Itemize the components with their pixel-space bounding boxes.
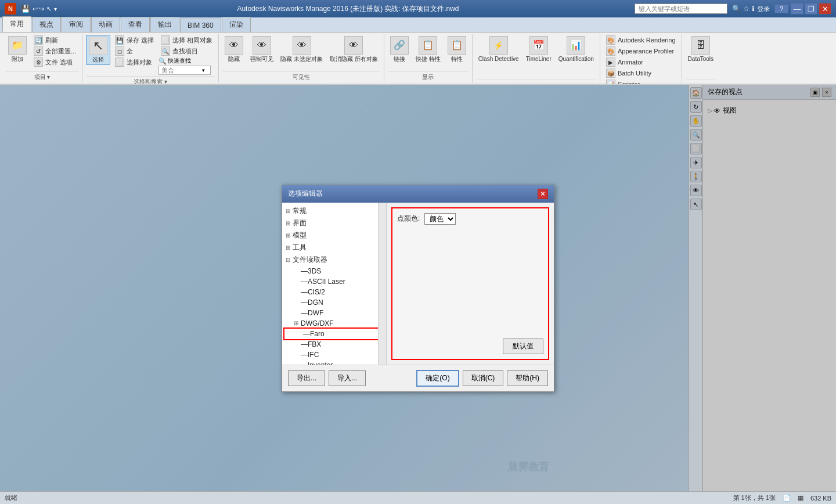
select-button[interactable]: ↖ 选择 — [86, 35, 110, 65]
ribbon-group-datatools-content: 🗄 DataTools — [686, 35, 716, 78]
undo-icon[interactable]: ↩ — [33, 5, 38, 13]
point-color-select[interactable]: 颜色 强度 无 — [424, 213, 456, 225]
tree-node-ascii-laser[interactable]: — ASCII Laser — [284, 276, 384, 287]
animator-icon: ▶ — [606, 57, 615, 67]
help-button[interactable]: ? — [774, 4, 788, 13]
select-col2: ⬜ 选择 相同对象 🔍 查找项目 🔍 快速查找 ▾ — [158, 35, 215, 75]
dropdown-icon[interactable]: ▾ — [54, 6, 57, 12]
tree-node-ifc[interactable]: — IFC — [284, 350, 384, 360]
tab-output[interactable]: 输出 — [150, 17, 179, 32]
tree-node-cis2[interactable]: — CIS/2 — [284, 287, 384, 297]
all-button[interactable]: ◻ 全 — [113, 46, 156, 56]
help-dialog-button[interactable]: 帮助(H) — [507, 370, 548, 386]
global-search-input[interactable] — [635, 3, 727, 14]
cancel-button[interactable]: 取消(C) — [463, 370, 504, 386]
login-button[interactable]: 登录 — [757, 5, 770, 13]
app-icon: N — [5, 3, 16, 15]
dialog-title-text: 选项编辑器 — [288, 189, 323, 199]
dialog-content-panel: 点颜色: 颜色 强度 无 默认值 — [387, 203, 554, 365]
autodesk-rendering-icon: 🎨 — [606, 35, 615, 45]
tree-node-interface[interactable]: ⊞ 界面 — [284, 217, 384, 229]
close-window-button[interactable]: ✕ — [819, 3, 831, 15]
inventor-label: Inventor — [308, 361, 333, 365]
dialog-close-button[interactable]: × — [538, 189, 548, 199]
find-items-button[interactable]: 🔍 查找项目 — [158, 46, 215, 56]
tree-node-inventor[interactable]: — Inventor — [284, 360, 384, 365]
tree-node-file-readers[interactable]: ⊟ 文件读取器 — [284, 254, 384, 266]
full-reset-icon: ↺ — [34, 46, 43, 56]
tab-animate[interactable]: 动画 — [91, 17, 120, 32]
batch-utility-button[interactable]: 📦 Batch Utility — [604, 68, 678, 78]
import-button[interactable]: 导入... — [329, 370, 366, 386]
file-readers-label: 文件读取器 — [293, 255, 327, 265]
hide-button[interactable]: 👁 隐藏 — [222, 35, 246, 64]
datatools-button[interactable]: 🗄 DataTools — [686, 35, 716, 64]
status-text: 就绪 — [5, 494, 17, 502]
dwg-label: DWG/DXF — [301, 319, 334, 327]
select-obj-button[interactable]: ⬜ 选择对象 — [113, 57, 156, 67]
default-values-button[interactable]: 默认值 — [503, 339, 543, 354]
tree-node-faro[interactable]: — Faro — [284, 329, 384, 339]
star-icon[interactable]: ☆ — [743, 5, 749, 13]
tree-node-dwg-dxf[interactable]: ⊞ DWG/DXF — [284, 318, 384, 329]
page-icon: 📄 — [783, 494, 791, 502]
tree-node-dgn[interactable]: — DGN — [284, 297, 384, 308]
tab-bim360[interactable]: BIM 360 — [180, 19, 221, 32]
ok-button[interactable]: 确定(O) — [416, 370, 459, 387]
tree-node-model[interactable]: ⊞ 模型 — [284, 229, 384, 242]
force-visible-button[interactable]: 👁 强制可见 — [248, 35, 276, 64]
pointer-icon[interactable]: ↖ — [46, 5, 52, 13]
ribbon-group-project-content: 📁 附加 🔄 刷新 ↺ 全部重置... ⚙ 文件 选项 — [6, 35, 78, 70]
links-button[interactable]: 🔗 链接 — [388, 35, 411, 64]
tab-normal[interactable]: 常用 — [2, 16, 31, 32]
animator-button[interactable]: ▶ Animator — [604, 57, 678, 67]
tree-node-dwf[interactable]: — DWF — [284, 308, 384, 318]
scripter-button[interactable]: 📝 Scripter — [604, 79, 678, 85]
ascii-label: ASCII Laser — [308, 278, 345, 286]
force-visible-icon: 👁 — [253, 36, 271, 55]
grid-icon: ▦ — [798, 494, 803, 502]
file-options-icon: ⚙ — [34, 57, 43, 67]
clash-detective-button[interactable]: ⚡ Clash Detective — [476, 35, 521, 64]
file-options-button[interactable]: ⚙ 文件 选项 — [31, 57, 78, 67]
tab-review[interactable]: 审阅 — [62, 17, 91, 32]
tab-render[interactable]: 渲染 — [222, 17, 251, 32]
timeliner-button[interactable]: 📅 TimeLiner — [524, 35, 554, 64]
unselect-all-button[interactable]: 👁 取消隐藏 所有对象 — [327, 35, 380, 64]
search-dropdown-icon[interactable]: ▾ — [202, 67, 205, 73]
dwg-expand-icon: ⊞ — [294, 320, 301, 326]
dialog-body: ⊞ 常规 ⊞ 界面 ⊞ 模型 ⊞ — [282, 203, 554, 365]
tree-node-3ds[interactable]: — 3DS — [284, 266, 384, 276]
titlebar: N 💾 ↩ ↪ ↖ ▾ Autodesk Navisworks Manage 2… — [0, 0, 836, 17]
ribbon-group-display-content: 🔗 链接 📋 快捷 特性 📋 特性 — [388, 35, 469, 70]
autodesk-rendering-button[interactable]: 🎨 Autodesk Rendering — [604, 35, 678, 45]
project-group-label[interactable]: 项目 ▾ — [6, 71, 78, 81]
save-select-button[interactable]: 💾 保存 选择 — [113, 35, 156, 45]
refresh-button[interactable]: 🔄 刷新 — [31, 35, 78, 45]
full-reset-button[interactable]: ↺ 全部重置... — [31, 46, 78, 56]
tree-scrollbar[interactable] — [378, 203, 386, 365]
tree-node-tools[interactable]: ⊞ 工具 — [284, 242, 384, 254]
add-button[interactable]: 📁 附加 — [6, 35, 29, 64]
minimize-button[interactable]: — — [791, 3, 803, 15]
quantification-button[interactable]: 📊 Quantification — [556, 35, 596, 64]
faro-label: Faro — [310, 330, 325, 338]
quick-save-icon[interactable]: 💾 — [21, 5, 30, 13]
export-button[interactable]: 导出... — [288, 370, 325, 386]
select-related-button[interactable]: ⬜ 选择 相同对象 — [158, 35, 215, 45]
tree-node-fbx[interactable]: — FBX — [284, 339, 384, 350]
redo-icon[interactable]: ↪ — [39, 5, 44, 13]
restore-button[interactable]: ❐ — [805, 3, 817, 15]
quick-props-button[interactable]: 📋 快捷 特性 — [413, 35, 443, 64]
search-icon[interactable]: 🔍 — [732, 5, 741, 13]
tab-viewpoint[interactable]: 视点 — [32, 17, 61, 32]
hide-unselected-button[interactable]: 👁 隐藏 未选定对象 — [278, 35, 325, 64]
tab-view[interactable]: 查看 — [121, 17, 150, 32]
properties-button[interactable]: 📋 特性 — [445, 35, 469, 64]
hide-unselected-icon: 👁 — [293, 36, 311, 55]
appearance-profiler-button[interactable]: 🎨 Appearance Profiler — [604, 46, 678, 56]
info-icon[interactable]: ℹ — [752, 5, 755, 13]
quick-find-input[interactable] — [161, 67, 202, 74]
tree-node-general[interactable]: ⊞ 常规 — [284, 205, 384, 217]
select-group-label[interactable]: 选择和搜索 ▾ — [86, 76, 215, 85]
